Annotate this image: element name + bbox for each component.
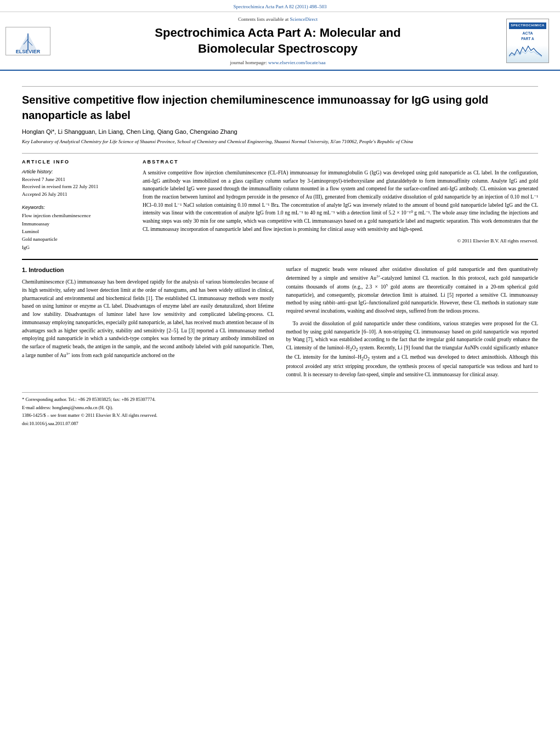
article-title: Sensitive competitive flow injection che… <box>22 92 538 123</box>
homepage-link[interactable]: www.elsevier.com/locate/saa <box>268 60 325 65</box>
body-two-col: 1. Introduction Chemiluminescence (CL) i… <box>22 265 538 383</box>
article-info-heading: ARTICLE INFO <box>22 159 132 165</box>
article-affiliation: Key Laboratory of Analytical Chemistry f… <box>22 138 538 145</box>
accepted-date: Accepted 26 July 2011 <box>22 191 132 199</box>
footnote-issn: 1386-1425/$ – see front matter © 2011 El… <box>22 412 538 419</box>
footnote-doi: doi:10.1016/j.saa.2011.07.087 <box>22 420 538 427</box>
journal-header: ELSEVIER Contents lists available at Sci… <box>0 12 560 71</box>
footnote-section: * Corresponding author. Tel.: +86 29 853… <box>22 392 538 427</box>
sciencedirect-link: Contents lists available at ScienceDirec… <box>56 16 500 22</box>
article-authors: Honglan Qi*, Li Shangguan, Lin Liang, Ch… <box>22 128 538 135</box>
affil-divider <box>22 153 538 154</box>
abstract-text: A sensitive competitive flow injection c… <box>143 169 538 234</box>
footnote-email: E-mail address: honglanqi@snnu.edu.cn (H… <box>22 404 538 411</box>
header-right: SPECTROCHIMICA ACTA PART A <box>505 16 549 65</box>
article-main: Sensitive competitive flow injection che… <box>0 71 560 438</box>
body-col-right: surface of magnetic beads were released … <box>286 265 539 383</box>
article-history: Article history: Received 7 June 2011 Re… <box>22 169 132 199</box>
sciencedirect-link-text[interactable]: ScienceDirect <box>290 16 318 22</box>
abstract-column: ABSTRACT A sensitive competitive flow in… <box>143 159 538 251</box>
history-label: Article history: <box>22 169 132 174</box>
journal-title: Spectrochimica Acta Part A: Molecular an… <box>56 25 500 56</box>
article-info-column: ARTICLE INFO Article history: Received 7… <box>22 159 132 251</box>
footnote-corresponding: * Corresponding author. Tel.: +86 29 853… <box>22 396 538 403</box>
header-divider <box>22 86 538 87</box>
abstract-heading: ABSTRACT <box>143 159 538 165</box>
article-info-abstract: ARTICLE INFO Article history: Received 7… <box>22 159 538 251</box>
journal-homepage: journal homepage: www.elsevier.com/locat… <box>56 60 500 65</box>
svg-text:ELSEVIER: ELSEVIER <box>16 49 41 53</box>
body-divider-top <box>22 259 538 260</box>
keywords-section: Keywords: Flow injection chemiluminescen… <box>22 205 132 251</box>
header-left: ELSEVIER <box>5 16 50 65</box>
elsevier-logo: ELSEVIER <box>5 27 50 55</box>
journal-reference: Spectrochimica Acta Part A 82 (2011) 498… <box>233 4 326 9</box>
page-container: Spectrochimica Acta Part A 82 (2011) 498… <box>0 0 560 741</box>
spectrochim-logo: SPECTROCHIMICA ACTA PART A <box>506 19 549 63</box>
body-col-left: 1. Introduction Chemiluminescence (CL) i… <box>22 265 274 383</box>
revised-date: Received in revised form 22 July 2011 <box>22 183 132 191</box>
section1-title: 1. Introduction <box>22 265 274 275</box>
copyright: © 2011 Elsevier B.V. All rights reserved… <box>143 238 538 244</box>
intro-paragraph3: To avoid the dissolution of gold nanopar… <box>286 320 539 379</box>
top-bar: Spectrochimica Acta Part A 82 (2011) 498… <box>0 0 560 12</box>
logo-bar-top: SPECTROCHIMICA <box>509 22 546 29</box>
intro-paragraph1: Chemiluminescence (CL) immunoassay has b… <box>22 278 274 359</box>
header-center: Contents lists available at ScienceDirec… <box>56 16 500 65</box>
keywords-list: Flow injection chemiluminescence Immunoa… <box>22 212 132 251</box>
intro-paragraph2: surface of magnetic beads were released … <box>286 265 539 315</box>
keywords-label: Keywords: <box>22 205 132 210</box>
received-date: Received 7 June 2011 <box>22 176 132 184</box>
